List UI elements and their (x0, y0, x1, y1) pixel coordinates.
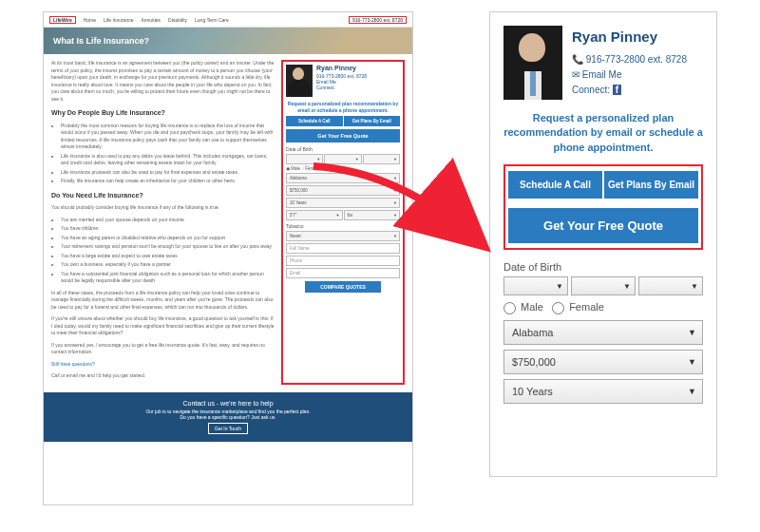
top-nav: LifeWire Home Life Insurance Annuities D… (44, 12, 412, 28)
agent-connect: Connect: (316, 85, 367, 90)
agent-photo (286, 65, 313, 97)
gender-radio[interactable]: ◉ Male ○ Female (286, 166, 400, 171)
list-item: Probably the most common reasons for buy… (61, 123, 276, 151)
state-select[interactable]: Alabama (504, 320, 703, 345)
para: If you're still unsure about whether you… (51, 315, 276, 337)
amount-select[interactable]: $750,000 (286, 185, 400, 196)
dob-month-select[interactable] (504, 276, 568, 295)
nav-phone[interactable]: 916-773-2800 ext. 8728 (349, 16, 407, 24)
list-item: Life insurance proceeds can also be used… (61, 169, 276, 177)
term-select[interactable]: 10 Years (286, 198, 400, 208)
facebook-icon[interactable]: f (613, 85, 621, 95)
dob-day-select[interactable] (571, 276, 636, 295)
para: If you answered yes, I encourage you to … (51, 342, 276, 356)
agent-photo (504, 26, 562, 100)
agent-block: Ryan Pinney 916-773-2800 ext. 8728 Email… (286, 65, 400, 97)
zoom-panel: Ryan Pinney 📞 916-773-2800 ext. 8728 ✉ E… (489, 11, 717, 477)
state-select[interactable]: Alabama (286, 173, 400, 183)
list-item: You are married and your spouse depends … (61, 217, 276, 224)
page-title: What Is Life Insurance? (53, 36, 149, 46)
hero: What Is Life Insurance? (44, 28, 412, 54)
dob-day-select[interactable] (324, 154, 361, 164)
para: Call or email me and I'd help you get st… (51, 372, 276, 380)
list-item: Finally, life insurance can help create … (61, 178, 276, 185)
tobacco-label: Tobacco (286, 223, 400, 229)
footer-contact-button[interactable]: Get In Touch (208, 423, 248, 434)
compare-quotes-button[interactable]: COMPARE QUOTES (305, 281, 381, 293)
page-screenshot-left: LifeWire Home Life Insurance Annuities D… (43, 11, 413, 505)
agent-block: Ryan Pinney 📞 916-773-2800 ext. 8728 ✉ E… (504, 26, 703, 100)
schedule-call-button[interactable]: Schedule A Call (508, 171, 602, 199)
heading-need: Do You Need Life Insurance? (51, 191, 276, 201)
weight-input[interactable]: lbs (344, 210, 401, 220)
list-item: Life insurance is also used to pay any d… (61, 153, 276, 167)
heading-why: Why Do People Buy Life Insurance? (51, 108, 276, 119)
tobacco-select[interactable]: Never (286, 231, 400, 241)
footer-sub: Do you have a specific question? Just as… (51, 414, 405, 420)
plans-email-button[interactable]: Get Plans By Email (604, 171, 698, 199)
email-input[interactable]: Email (286, 268, 400, 278)
gender-radio[interactable]: Male Female (504, 301, 703, 314)
needs-list: You are married and your spouse depends … (51, 217, 276, 285)
nav-item[interactable]: Long Term Care (195, 17, 229, 23)
footer: Contact us - we're here to help Our job … (44, 392, 412, 442)
agent-phone[interactable]: 📞 916-773-2800 ext. 8728 (572, 52, 687, 67)
intro-para: At its most basic, life insurance is an … (51, 60, 276, 103)
dob-label: Date of Birth (504, 261, 703, 273)
dob-year-select[interactable] (638, 276, 703, 295)
free-quote-button[interactable]: Get Your Free Quote (508, 208, 698, 243)
amount-select[interactable]: $750,000 (504, 350, 703, 374)
para: In all of these cases, the proceeds from… (51, 290, 276, 312)
agent-name: Ryan Pinney (316, 65, 367, 71)
quote-sidebar: Ryan Pinney 916-773-2800 ext. 8728 Email… (281, 60, 405, 385)
reasons-list: Probably the most common reasons for buy… (51, 123, 276, 185)
still-questions-link[interactable]: Still have questions? (51, 361, 95, 367)
agent-email-link[interactable]: ✉ Email Me (572, 67, 687, 83)
list-item: You own a business, especially if you ha… (61, 261, 276, 269)
nav-item[interactable]: Home (84, 17, 96, 23)
dob-label: Date of Birth (286, 146, 400, 152)
dob-year-select[interactable] (363, 154, 400, 164)
term-select[interactable]: 10 Years (504, 379, 703, 404)
female-radio[interactable] (552, 302, 564, 314)
article-body: At its most basic, life insurance is an … (51, 60, 276, 385)
list-item: You have a substantial joint financial o… (61, 271, 276, 285)
free-quote-button[interactable]: Get Your Free Quote (286, 129, 400, 142)
plans-email-button[interactable]: Get Plans By Email (344, 116, 401, 126)
list-item: You have children (61, 225, 276, 233)
list-item: Your retirement savings and pension won'… (61, 243, 276, 251)
schedule-call-button[interactable]: Schedule A Call (286, 116, 343, 126)
nav-item[interactable]: Annuities (141, 17, 161, 23)
agent-connect: Connect: f (572, 83, 687, 98)
height-select[interactable]: 5'7" (286, 210, 343, 220)
list-item: You have an aging parent or disabled rel… (61, 235, 276, 242)
phone-input[interactable]: Phone (286, 256, 400, 266)
cta-highlight-box: Schedule A Call Get Plans By Email Get Y… (504, 164, 703, 250)
request-text: Request a personalized plan recommendati… (504, 111, 703, 155)
male-radio[interactable] (504, 302, 516, 314)
agent-name: Ryan Pinney (572, 26, 687, 48)
dob-month-select[interactable] (286, 154, 323, 164)
need-lead: You should probably consider buying life… (51, 204, 276, 212)
logo[interactable]: LifeWire (49, 16, 76, 24)
nav-item[interactable]: Disability (168, 17, 187, 23)
request-text: Request a personalized plan recommendati… (286, 101, 400, 113)
nav-item[interactable]: Life Insurance (104, 17, 133, 23)
footer-title: Contact us - we're here to help (51, 400, 405, 407)
list-item: You have a large estate and expect to ow… (61, 253, 276, 260)
name-input[interactable]: Full Name (286, 243, 400, 254)
